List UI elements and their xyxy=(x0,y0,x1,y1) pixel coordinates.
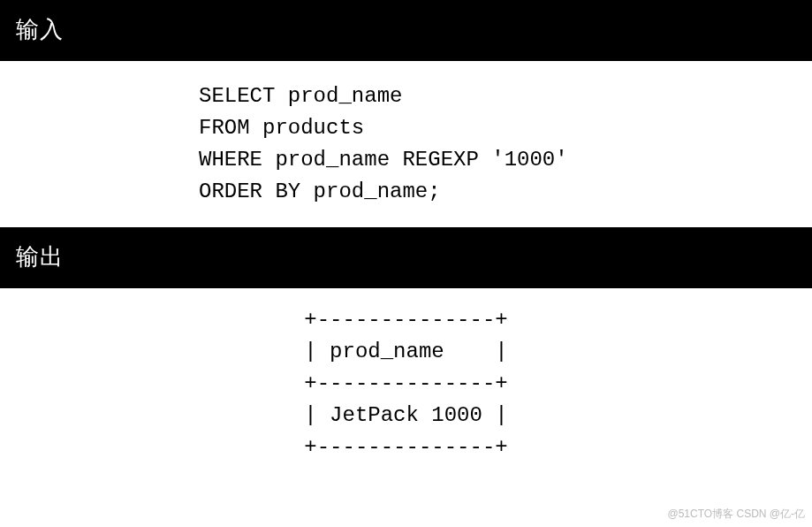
ascii-border-top: +--------------+ xyxy=(304,308,507,332)
code-line-2: FROM products xyxy=(199,116,364,140)
input-header: 输入 xyxy=(0,0,812,61)
sql-output-block: +--------------+ | prod_name | +--------… xyxy=(0,288,812,463)
ascii-border-mid: +--------------+ xyxy=(304,371,507,395)
code-line-4: ORDER BY prod_name; xyxy=(199,179,441,203)
output-table: +--------------+ | prod_name | +--------… xyxy=(304,304,507,463)
watermark-text: @51CTO博客 CSDN @亿-亿 xyxy=(668,507,806,522)
code-line-3: WHERE prod_name REGEXP '1000' xyxy=(199,148,568,172)
ascii-border-bot: +--------------+ xyxy=(304,435,507,459)
code-line-1: SELECT prod_name xyxy=(199,84,402,108)
output-header: 输出 xyxy=(0,227,812,288)
output-header-label: 输出 xyxy=(16,243,64,270)
input-header-label: 输入 xyxy=(16,16,64,42)
sql-code-block: SELECT prod_name FROM products WHERE pro… xyxy=(0,61,812,227)
ascii-data-row: | JetPack 1000 | xyxy=(304,403,507,427)
ascii-header-row: | prod_name | xyxy=(304,340,507,363)
